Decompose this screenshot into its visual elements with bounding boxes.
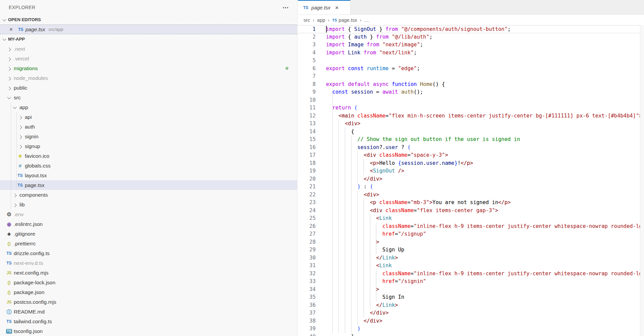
open-editor-item-page-tsx[interactable]: ×TSpage.tsxsrc/app	[0, 25, 297, 34]
tree-item-label: lib	[19, 202, 25, 208]
code-line-32[interactable]: 32 className="inline-flex h-9 items-cent…	[298, 270, 640, 278]
line-content: >	[326, 238, 640, 246]
code-line-2[interactable]: 2import { auth } from "@/lib/auth";	[298, 33, 640, 41]
tree-item-public[interactable]: public	[0, 83, 297, 93]
info-file-icon: ⓘ	[7, 309, 12, 314]
tree-item-api[interactable]: api	[0, 112, 297, 122]
tree-item-package-json[interactable]: {}package.json	[0, 287, 297, 297]
code-line-24[interactable]: 24 <div className="flex items-center gap…	[298, 207, 640, 215]
code-line-14[interactable]: 14 {	[298, 128, 640, 136]
file-icon-slot: TS	[16, 183, 24, 187]
code-line-36[interactable]: 36 </Link>	[298, 301, 640, 309]
code-line-26[interactable]: 26 className="inline-flex h-9 items-cent…	[298, 223, 640, 231]
code-line-12[interactable]: 12 <main className="flex min-h-screen it…	[298, 112, 640, 120]
tree-item-env[interactable]: ⚙.env	[0, 209, 297, 219]
code-line-5[interactable]: 5	[298, 57, 640, 65]
breadcrumb-item-page-tsx[interactable]: TSpage.tsx	[332, 17, 357, 23]
tree-item-app[interactable]: app	[0, 102, 297, 112]
file-tree: .next.vercelmigrationsnode_modulespublic…	[0, 44, 297, 336]
workspace-section-header[interactable]: MY-APP	[0, 34, 297, 44]
line-content: return (	[326, 104, 640, 112]
token-kw: await	[382, 89, 398, 95]
tree-item-page-tsx[interactable]: TSpage.tsx	[0, 180, 297, 190]
code-line-18[interactable]: 18 <p>Hello {session.user.name}!</p>	[298, 159, 640, 167]
tree-item-next-config-mjs[interactable]: JSnext.config.mjs	[0, 268, 297, 278]
tree-item-gitignore[interactable]: ◆.gitignore	[0, 229, 297, 239]
code-line-3[interactable]: 3import Image from "next/image";	[298, 41, 640, 49]
text-cursor	[326, 26, 327, 33]
token-attr: href	[382, 231, 395, 237]
breadcrumb-item-app[interactable]: app	[317, 17, 325, 23]
tree-item-tsconfig-json[interactable]: TStsconfig.json	[0, 326, 297, 336]
code-line-4[interactable]: 4import Link from "next/link";	[298, 49, 640, 57]
code-line-13[interactable]: 13 <div>	[298, 120, 640, 128]
open-editors-section-header[interactable]: OPEN EDITORS	[0, 15, 297, 25]
tree-item-auth[interactable]: auth	[0, 122, 297, 132]
tree-item-next[interactable]: .next	[0, 44, 297, 54]
tree-item-node-modules[interactable]: node_modules	[0, 73, 297, 83]
line-content: <div>	[326, 191, 640, 199]
tree-item-components[interactable]: components	[0, 190, 297, 200]
tree-item-lib[interactable]: lib	[0, 200, 297, 209]
tree-item-drizzle-config-ts[interactable]: TSdrizzle.config.ts	[0, 248, 297, 258]
tree-item-globals-css[interactable]: #globals.css	[0, 161, 297, 171]
code-line-6[interactable]: 6export const runtime = "edge";	[298, 65, 640, 73]
code-line-39[interactable]: 39 )	[298, 325, 640, 333]
code-line-30[interactable]: 30 </Link>	[298, 254, 640, 262]
code-line-35[interactable]: 35 Sign In	[298, 293, 640, 301]
code-line-25[interactable]: 25 <Link	[298, 214, 640, 223]
code-line-34[interactable]: 34 >	[298, 286, 640, 294]
code-line-28[interactable]: 28 >	[298, 238, 640, 246]
ts-file-icon: TS	[17, 174, 22, 178]
tree-item-readme-md[interactable]: ⓘREADME.md	[0, 307, 297, 317]
code-line-7[interactable]: 7	[298, 73, 640, 81]
code-line-11[interactable]: 11 return (	[298, 104, 640, 112]
token-pn	[376, 50, 379, 56]
code-line-10[interactable]: 10	[298, 96, 640, 104]
tree-item-migrations[interactable]: migrations	[0, 63, 297, 73]
tree-item-eslintrc-json[interactable]: ◉.eslintrc.json	[0, 219, 297, 229]
code-line-17[interactable]: 17 <div className="space-y-3">	[298, 151, 640, 159]
code-line-22[interactable]: 22 <div>	[298, 191, 640, 199]
code-line-21[interactable]: 21 ) : (	[298, 183, 640, 191]
explorer-more-actions-icon[interactable]: ⋯	[282, 4, 289, 11]
tree-item-signin[interactable]: signin	[0, 132, 297, 141]
code-line-8[interactable]: 8export default async function Home() {	[298, 81, 640, 89]
breadcrumb-item-src[interactable]: src	[304, 17, 310, 23]
editor-scrollbar[interactable]	[640, 25, 644, 336]
code-line-37[interactable]: 37 </div>	[298, 309, 640, 317]
tree-item-tailwind-config-ts[interactable]: TStailwind.config.ts	[0, 317, 297, 326]
tree-item-package-lock-json[interactable]: {}package-lock.json	[0, 278, 297, 287]
close-icon[interactable]: ×	[335, 5, 339, 11]
code-line-19[interactable]: 19 <SignOut />	[298, 167, 640, 175]
tree-item-vercel[interactable]: .vercel	[0, 54, 297, 63]
tree-item-layout-tsx[interactable]: TSlayout.tsx	[0, 171, 297, 180]
code-line-1[interactable]: 1import { SignOut } from "@/components/a…	[298, 25, 640, 33]
token-tag: <	[370, 168, 373, 174]
close-icon[interactable]: ×	[9, 27, 13, 32]
breadcrumb-item-[interactable]: …	[364, 17, 369, 23]
token-br: }	[454, 160, 458, 166]
code-line-23[interactable]: 23 <p className="mb-3">You are not signe…	[298, 199, 640, 207]
tree-item-next-env-d-ts[interactable]: TSnext-env.d.ts	[0, 258, 297, 268]
code-line-16[interactable]: 16 session?.user ? (	[298, 144, 640, 152]
code-line-20[interactable]: 20 </div>	[298, 175, 640, 183]
code-line-38[interactable]: 38 </div>	[298, 317, 640, 325]
tree-item-label: favicon.ico	[25, 153, 49, 159]
code-line-33[interactable]: 33 href="/signin"	[298, 278, 640, 286]
code-line-29[interactable]: 29 Sign Up	[298, 246, 640, 254]
code-line-31[interactable]: 31 <Link	[298, 262, 640, 270]
code-line-40[interactable]: 40 }	[298, 333, 640, 336]
tree-item-prettierrc[interactable]: {}.prettierrc	[0, 239, 297, 248]
code-editor[interactable]: 1import { SignOut } from "@/components/a…	[298, 25, 644, 336]
tree-item-postcss-config-mjs[interactable]: JSpostcss.config.mjs	[0, 297, 297, 307]
ts-file-icon: TS	[6, 320, 11, 324]
tree-item-signup[interactable]: signup	[0, 141, 297, 151]
code-line-27[interactable]: 27 href="/signup"	[298, 230, 640, 238]
code-line-15[interactable]: 15 // Show the sign out button if the us…	[298, 136, 640, 144]
tree-item-src[interactable]: src	[0, 93, 297, 102]
tab-page-tsx[interactable]: TS page.tsx ×	[298, 0, 351, 14]
tree-item-favicon-ico[interactable]: ★favicon.ico	[0, 151, 297, 161]
code-line-9[interactable]: 9 const session = await auth();	[298, 88, 640, 96]
line-number: 37	[298, 309, 326, 317]
